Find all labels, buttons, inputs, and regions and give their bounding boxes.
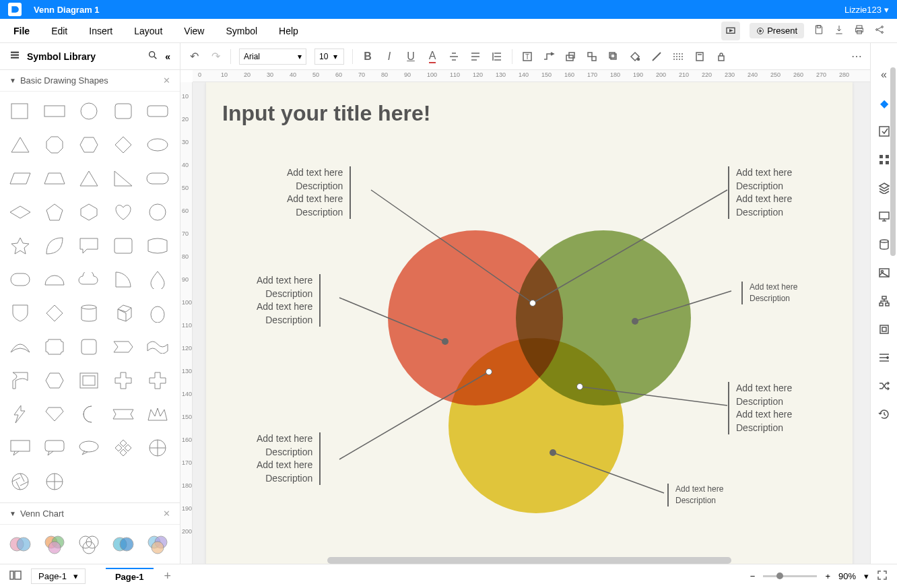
page-dropdown[interactable]: Page-1 ▾ <box>31 568 86 584</box>
zoom-level[interactable]: 90% <box>838 571 856 581</box>
lock-icon[interactable] <box>715 50 728 63</box>
font-size-select[interactable]: 10▾ <box>314 48 344 65</box>
shape-ellipse[interactable] <box>143 132 172 158</box>
shape-cylinder[interactable] <box>74 300 104 326</box>
right-panel-scrollbar[interactable] <box>890 67 896 256</box>
outline-icon[interactable] <box>9 570 22 582</box>
clipboard-icon[interactable] <box>693 50 706 63</box>
marker[interactable] <box>632 318 638 325</box>
shape-hexagon[interactable] <box>74 132 104 158</box>
horizontal-scrollbar[interactable] <box>327 557 731 564</box>
chevron-down-icon[interactable]: ▾ <box>864 571 869 581</box>
shape-moon[interactable] <box>74 401 104 427</box>
fill-icon[interactable] <box>628 50 642 63</box>
shape-halfround[interactable] <box>5 267 35 292</box>
sitemap-icon[interactable] <box>877 294 892 308</box>
shape-rounded-rect[interactable] <box>143 98 172 124</box>
shape-rectangle[interactable] <box>40 98 69 124</box>
section-venn-chart[interactable]: ▼ Venn Chart ✕ <box>0 503 180 525</box>
image-icon[interactable] <box>877 265 892 280</box>
close-icon[interactable]: ✕ <box>163 509 170 519</box>
font-select[interactable]: Arial▾ <box>239 48 306 65</box>
venn-3-color[interactable] <box>40 531 69 557</box>
shape-speech[interactable] <box>74 233 104 259</box>
menu-file[interactable]: File <box>3 22 40 40</box>
close-icon[interactable]: ✕ <box>163 75 170 86</box>
ungroup-icon[interactable] <box>585 50 599 63</box>
shape-stadium[interactable] <box>143 166 172 191</box>
zoom-out-icon[interactable]: − <box>750 571 756 581</box>
shape-rounded-square[interactable] <box>108 98 138 124</box>
grid-icon[interactable] <box>877 152 892 167</box>
zoom-in-icon[interactable]: + <box>825 571 830 581</box>
collapse-icon[interactable]: « <box>165 51 170 62</box>
shape-diamond2[interactable] <box>40 300 69 326</box>
shape-rhombus[interactable] <box>5 199 35 225</box>
shape-drop[interactable] <box>143 267 172 292</box>
line-height-icon[interactable] <box>490 50 504 63</box>
save-icon[interactable] <box>813 24 824 38</box>
add-page-icon[interactable]: + <box>164 569 172 583</box>
shape-aperture[interactable] <box>5 469 35 494</box>
marker[interactable] <box>550 449 556 456</box>
shape-banner[interactable] <box>143 233 172 259</box>
line-icon[interactable] <box>650 50 663 63</box>
bring-front-icon[interactable] <box>607 50 620 63</box>
bold-icon[interactable]: B <box>361 50 374 63</box>
present-button[interactable]: Present <box>750 23 804 38</box>
shape-shield[interactable] <box>5 300 35 326</box>
callout-bot-right-small[interactable]: Add text here Description <box>667 484 723 507</box>
shuffle-icon[interactable] <box>877 379 892 393</box>
shape-cube[interactable] <box>108 300 138 326</box>
page-tab[interactable]: Page-1 <box>106 568 154 585</box>
callout-mid-left[interactable]: Add text here Description Add text here … <box>257 274 321 327</box>
marker[interactable] <box>486 368 492 375</box>
menu-edit[interactable]: Edit <box>40 22 78 40</box>
shape-square[interactable] <box>5 98 35 124</box>
layers-icon[interactable] <box>877 181 892 195</box>
shape-cloud[interactable] <box>74 267 104 292</box>
marker[interactable] <box>529 300 536 306</box>
callout-top-left[interactable]: Add text here Description Add text here … <box>287 166 351 219</box>
shape-triangle2[interactable] <box>74 166 104 191</box>
italic-icon[interactable]: I <box>383 50 396 63</box>
shape-triangle[interactable] <box>5 132 35 158</box>
shape-heptagon[interactable] <box>143 199 172 225</box>
shape-hex-flat[interactable] <box>40 368 69 393</box>
export-icon[interactable] <box>877 124 892 139</box>
undo-icon[interactable]: ↶ <box>187 50 201 63</box>
halign-icon[interactable] <box>469 50 482 63</box>
venn-3-outline[interactable] <box>74 531 104 557</box>
callout-bot-right[interactable]: Add text here Description Add text here … <box>728 382 792 434</box>
more-icon[interactable]: ⋯ <box>850 50 863 63</box>
menu-insert[interactable]: Insert <box>78 22 123 40</box>
page[interactable]: Input your title here! <box>206 82 853 564</box>
zoom-slider[interactable] <box>763 575 817 577</box>
text-box-icon[interactable]: T <box>521 50 534 63</box>
shape-egg[interactable] <box>143 300 172 326</box>
menu-view[interactable]: View <box>173 22 215 40</box>
section-basic-shapes[interactable]: ▼ Basic Drawing Shapes ✕ <box>0 70 180 92</box>
indent-icon[interactable] <box>877 350 892 365</box>
shape-pentagon[interactable] <box>40 199 69 225</box>
shape-plus[interactable] <box>143 368 172 393</box>
shape-plaque2[interactable] <box>74 334 104 360</box>
venn-2-color[interactable] <box>5 531 35 557</box>
shape-hexagon2[interactable] <box>74 199 104 225</box>
print-icon[interactable] <box>854 24 865 38</box>
menu-symbol[interactable]: Symbol <box>215 22 268 40</box>
app-logo-icon[interactable] <box>8 3 22 16</box>
shape-callout-ellipse[interactable] <box>74 435 104 461</box>
present-panel-icon[interactable] <box>877 209 892 224</box>
shape-circle[interactable] <box>74 98 104 124</box>
shape-diamond[interactable] <box>108 132 138 158</box>
shape-cross[interactable] <box>108 368 138 393</box>
line-style-icon[interactable] <box>671 50 685 63</box>
shape-ribbon[interactable] <box>108 401 138 427</box>
shape-heart[interactable] <box>108 199 138 225</box>
menu-help[interactable]: Help <box>268 22 309 40</box>
shape-quarter[interactable] <box>108 267 138 292</box>
shape-right-triangle[interactable] <box>108 166 138 191</box>
shape-trapezoid[interactable] <box>40 166 69 191</box>
shape-card[interactable] <box>108 233 138 259</box>
